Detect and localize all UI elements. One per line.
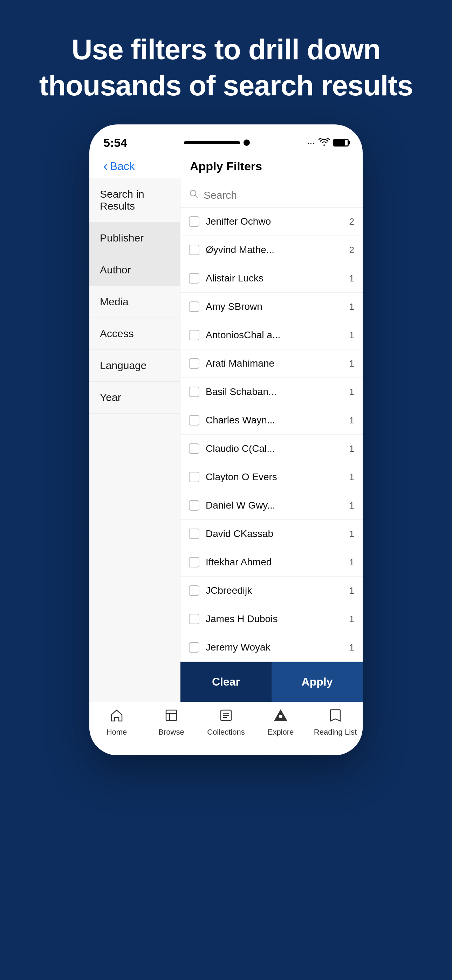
filter-checkbox[interactable] (189, 500, 199, 511)
hero-title: Use filters to drill down thousands of s… (0, 0, 452, 124)
apply-button[interactable]: Apply (272, 662, 363, 702)
filter-label: Amy SBrown (206, 301, 339, 312)
filter-checkbox[interactable] (189, 472, 199, 482)
filter-count: 1 (346, 500, 354, 511)
filter-list: Jeniffer Ochwo 2 Øyvind Mathe... 2 Alist… (180, 207, 363, 662)
svg-rect-2 (115, 718, 119, 721)
sidebar-item-media[interactable]: Media (89, 286, 180, 318)
filter-label: Daniel W Gwy... (206, 500, 339, 511)
phone-notch (184, 140, 250, 146)
filter-row[interactable]: Jeniffer Ochwo 2 (180, 207, 363, 236)
filter-checkbox[interactable] (189, 245, 199, 255)
filter-label: AntoniosChal a... (206, 329, 339, 341)
filter-row[interactable]: Charles Wayn... 1 (180, 406, 363, 434)
sidebar-item-language[interactable]: Language (89, 350, 180, 382)
sidebar-item-author[interactable]: Author (89, 254, 180, 286)
clear-button[interactable]: Clear (180, 662, 272, 702)
tab-home-label: Home (107, 728, 127, 737)
filter-label: Charles Wayn... (206, 415, 339, 426)
tab-home[interactable]: Home (89, 709, 144, 737)
filter-row[interactable]: JCbreedijk 1 (180, 577, 363, 605)
tab-browse[interactable]: Browse (144, 709, 199, 737)
filter-checkbox[interactable] (189, 273, 199, 283)
sidebar-item-access[interactable]: Access (89, 318, 180, 350)
sidebar-item-publisher[interactable]: Publisher (89, 222, 180, 254)
main-content: Search in Results Publisher Author Media… (89, 178, 363, 702)
filter-row[interactable]: David CKassab 1 (180, 520, 363, 548)
filter-checkbox[interactable] (189, 585, 199, 596)
search-input[interactable] (204, 189, 354, 201)
time-display: 5:54 (103, 136, 127, 150)
filter-row[interactable]: Arati Mahimane 1 (180, 350, 363, 378)
filter-count: 1 (346, 642, 354, 653)
back-chevron-icon: ‹ (103, 159, 108, 173)
filter-count: 1 (346, 273, 354, 284)
filter-checkbox[interactable] (189, 415, 199, 425)
right-panel: Jeniffer Ochwo 2 Øyvind Mathe... 2 Alist… (180, 178, 363, 702)
filter-checkbox[interactable] (189, 557, 199, 568)
search-icon (189, 189, 199, 201)
explore-icon (274, 709, 287, 725)
filter-row[interactable]: Daniel W Gwy... 1 (180, 492, 363, 520)
tab-explore[interactable]: Explore (253, 709, 308, 737)
browse-icon (165, 709, 178, 725)
filter-row[interactable]: Clayton O Evers 1 (180, 463, 363, 492)
filter-label: Alistair Lucks (206, 273, 339, 284)
filter-count: 1 (346, 557, 354, 568)
filter-label: Iftekhar Ahmed (206, 557, 339, 568)
filter-label: David CKassab (206, 528, 339, 539)
more-icon: ··· (307, 137, 315, 148)
filter-label: Øyvind Mathe... (206, 244, 339, 256)
filter-count: 1 (346, 614, 354, 625)
filter-row[interactable]: James H Dubois 1 (180, 605, 363, 633)
filter-label: Jeniffer Ochwo (206, 216, 339, 227)
filter-count: 1 (346, 330, 354, 341)
filter-row[interactable]: Jeremy Woyak 1 (180, 633, 363, 662)
battery-icon (333, 139, 349, 146)
svg-line-1 (195, 195, 198, 198)
filter-count: 1 (346, 472, 354, 483)
filter-checkbox[interactable] (189, 443, 199, 454)
filter-checkbox[interactable] (189, 642, 199, 652)
filter-row[interactable]: Iftekhar Ahmed 1 (180, 548, 363, 577)
filter-count: 1 (346, 528, 354, 539)
collections-icon (220, 709, 232, 725)
filter-count: 2 (346, 216, 354, 227)
filter-checkbox[interactable] (189, 387, 199, 397)
filter-count: 1 (346, 387, 354, 398)
filter-count: 1 (346, 415, 354, 426)
search-bar (180, 178, 363, 207)
filter-label: Claudio C(Cal... (206, 443, 339, 454)
tab-bar: Home Browse Collections (89, 702, 363, 747)
filter-row[interactable]: Amy SBrown 1 (180, 293, 363, 321)
sidebar-item-search-in-results[interactable]: Search in Results (89, 178, 180, 222)
filter-checkbox[interactable] (189, 528, 199, 539)
tab-collections[interactable]: Collections (199, 709, 253, 737)
filter-checkbox[interactable] (189, 216, 199, 227)
tab-reading-list[interactable]: Reading List (308, 709, 363, 737)
back-button[interactable]: ‹ Back (103, 159, 135, 173)
filter-row[interactable]: AntoniosChal a... 1 (180, 321, 363, 350)
filter-checkbox[interactable] (189, 614, 199, 624)
filter-checkbox[interactable] (189, 358, 199, 369)
phone-frame: 5:54 ··· ‹ Back Apply Fil (89, 124, 363, 755)
filter-row[interactable]: Basil Schaban... 1 (180, 378, 363, 406)
wifi-icon (318, 137, 330, 148)
filter-sidebar: Search in Results Publisher Author Media… (89, 178, 180, 702)
status-bar: 5:54 ··· (89, 124, 363, 153)
nav-header: ‹ Back Apply Filters (89, 153, 363, 178)
filter-count: 1 (346, 443, 354, 454)
filter-row[interactable]: Øyvind Mathe... 2 (180, 236, 363, 264)
filter-row[interactable]: Claudio C(Cal... 1 (180, 434, 363, 463)
filter-label: Basil Schaban... (206, 386, 339, 398)
tab-explore-label: Explore (268, 728, 294, 737)
tab-browse-label: Browse (158, 728, 184, 737)
sidebar-item-year[interactable]: Year (89, 382, 180, 414)
action-buttons: Clear Apply (180, 662, 363, 702)
filter-checkbox[interactable] (189, 330, 199, 340)
svg-point-11 (279, 715, 282, 718)
filter-count: 1 (346, 358, 354, 369)
filter-checkbox[interactable] (189, 301, 199, 312)
filter-row[interactable]: Alistair Lucks 1 (180, 264, 363, 293)
tab-reading-list-label: Reading List (314, 728, 357, 737)
